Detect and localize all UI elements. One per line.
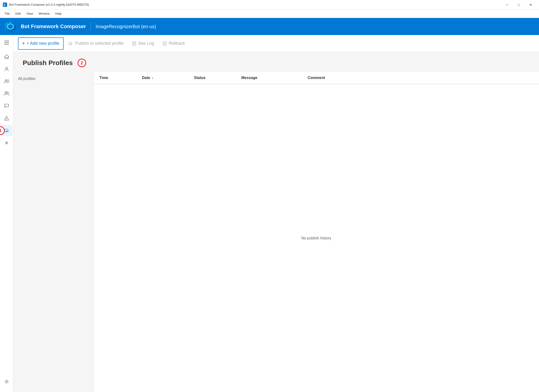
sidebar-item-chat[interactable] xyxy=(1,100,12,112)
rollback-label: Rollback xyxy=(169,41,185,46)
sidebar-item-user-group[interactable] xyxy=(1,88,12,99)
app-icon: B xyxy=(3,3,7,7)
annotation-2: 2 xyxy=(78,59,86,67)
page-title: Publish Profiles xyxy=(23,59,73,67)
profile-list: All profiles xyxy=(13,72,94,392)
profiles-layout: All profiles Time Date ↓ Status Message … xyxy=(13,72,539,392)
content-area: + + Add new profile Publish to selected … xyxy=(13,35,539,392)
settings-icon xyxy=(4,379,9,384)
app-logo xyxy=(5,21,16,32)
sidebar-item-home[interactable] xyxy=(1,51,12,62)
home-icon xyxy=(4,54,9,59)
sidebar-item-warning[interactable] xyxy=(1,113,12,124)
svg-point-20 xyxy=(6,381,7,382)
header-divider xyxy=(91,22,91,31)
see-log-button[interactable]: See Log xyxy=(128,37,158,50)
window-title: Bot Framework Composer (v1.0.2-nightly.1… xyxy=(9,3,89,6)
sidebar-item-user[interactable] xyxy=(1,63,12,75)
main-layout: 1 xyxy=(0,35,539,392)
menu-view[interactable]: View xyxy=(24,11,36,16)
annotation-1: 1 xyxy=(0,126,5,135)
sidebar-menu-button[interactable] xyxy=(1,37,12,48)
sidebar-item-connections[interactable] xyxy=(1,137,12,148)
user-group-icon xyxy=(4,91,10,96)
publish-icon xyxy=(68,41,73,46)
svg-rect-6 xyxy=(4,44,9,44)
titlebar-controls[interactable]: ─ □ ✕ xyxy=(502,0,536,10)
svg-point-13 xyxy=(6,120,7,120)
col-time: Time xyxy=(99,76,142,80)
app-header: Bot Framework Composer ImageRecognizerBo… xyxy=(0,18,539,35)
hamburger-icon xyxy=(4,41,9,44)
svg-point-15 xyxy=(6,142,7,143)
warning-icon xyxy=(4,116,9,121)
app-name: Bot Framework Composer xyxy=(21,24,86,29)
publish-history: Time Date ↓ Status Message Comment No pu… xyxy=(94,72,539,392)
connections-icon xyxy=(4,140,9,145)
svg-point-10 xyxy=(5,92,6,93)
menu-window[interactable]: Window xyxy=(36,11,52,16)
page-content: Publish Profiles 2 All profiles Time xyxy=(13,52,539,392)
rollback-button[interactable]: Rollback xyxy=(159,37,189,50)
history-empty: No publish history xyxy=(94,84,539,392)
col-message: Message xyxy=(241,76,308,80)
titlebar-left: B Bot Framework Composer (v1.0.2-nightly… xyxy=(3,3,89,7)
profile-list-header: All profiles xyxy=(17,75,90,83)
add-icon: + xyxy=(22,41,25,46)
users-icon xyxy=(4,79,10,84)
menubar: File Edit View Window Help xyxy=(0,10,539,18)
minimize-button[interactable]: ─ xyxy=(502,0,512,10)
svg-point-7 xyxy=(6,67,8,69)
maximize-button[interactable]: □ xyxy=(513,0,524,10)
col-comment: Comment xyxy=(308,76,533,80)
publish-button[interactable]: Publish to selected profile xyxy=(65,37,127,50)
user-icon xyxy=(4,67,9,72)
svg-rect-5 xyxy=(4,42,9,43)
svg-text:B: B xyxy=(4,3,5,7)
menu-edit[interactable]: Edit xyxy=(13,11,24,16)
log-icon xyxy=(132,41,136,46)
sidebar: 1 xyxy=(0,35,13,392)
see-log-label: See Log xyxy=(138,41,154,46)
add-profile-button[interactable]: + + Add new profile xyxy=(18,37,64,50)
col-date: Date ↓ xyxy=(142,76,194,80)
svg-point-8 xyxy=(5,80,7,81)
publish-label: Publish to selected profile xyxy=(75,41,124,46)
svg-rect-4 xyxy=(4,41,9,41)
sidebar-item-publish[interactable]: 1 xyxy=(1,125,12,136)
titlebar: B Bot Framework Composer (v1.0.2-nightly… xyxy=(0,0,539,10)
toolbar: + + Add new profile Publish to selected … xyxy=(13,35,539,52)
menu-help[interactable]: Help xyxy=(53,11,65,16)
sidebar-item-settings[interactable] xyxy=(1,376,12,387)
page-header: Publish Profiles 2 xyxy=(13,52,539,72)
chat-icon xyxy=(4,103,9,109)
bot-name: ImageRecognizerBot (en-us) xyxy=(96,24,156,29)
history-table-header: Time Date ↓ Status Message Comment xyxy=(94,72,539,84)
sidebar-item-users[interactable] xyxy=(1,76,12,87)
close-button[interactable]: ✕ xyxy=(525,0,536,10)
rollback-icon xyxy=(163,41,167,46)
empty-message: No publish history xyxy=(301,236,331,240)
add-profile-label: + Add new profile xyxy=(27,41,60,46)
menu-file[interactable]: File xyxy=(2,11,13,16)
svg-point-11 xyxy=(7,92,8,93)
col-status: Status xyxy=(194,76,241,80)
svg-point-9 xyxy=(7,80,9,81)
